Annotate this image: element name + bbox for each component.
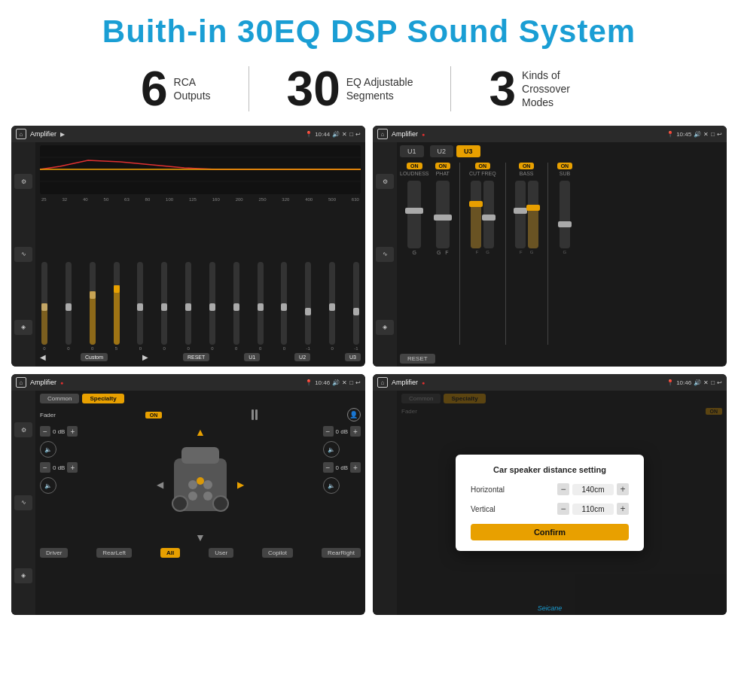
fader-copilot-btn[interactable]: Copilot	[262, 548, 293, 558]
home-icon-eq[interactable]: ⌂	[16, 129, 26, 139]
bass-toggle[interactable]: ON	[519, 163, 535, 169]
u2-btn[interactable]: U2	[430, 145, 454, 157]
fader-rearright-btn[interactable]: RearRight	[322, 548, 361, 558]
topbar-eq: ⌂ Amplifier ▶ 📍 10:44 🔊 ✕ □ ↩	[11, 126, 365, 142]
stat-rca: 6 RCAOutputs	[103, 65, 249, 113]
sub-toggle[interactable]: ON	[557, 163, 573, 169]
fader-minus-tl[interactable]: −	[40, 426, 50, 437]
back-icon-eq[interactable]: ↩	[355, 131, 361, 138]
fader-sliders-mini[interactable]	[252, 409, 258, 420]
tab-specialty-fader[interactable]: Specialty	[82, 394, 124, 403]
time-eq: 10:44	[315, 131, 330, 138]
fader-all-btn[interactable]: All	[160, 548, 180, 558]
bass-slider-1[interactable]	[515, 181, 526, 248]
eq-slider-2[interactable]: 0	[66, 262, 72, 351]
eq-slider-8[interactable]: 0	[209, 262, 215, 351]
window-icon-eq[interactable]: □	[349, 131, 353, 138]
window-icon-dialog[interactable]: □	[711, 379, 715, 386]
horizontal-minus[interactable]: −	[557, 483, 569, 495]
eq-u1-btn[interactable]: U1	[244, 353, 260, 361]
phat-toggle[interactable]: ON	[435, 163, 451, 169]
fader-rearleft-btn[interactable]: RearLeft	[96, 548, 132, 558]
eq-slider-4[interactable]: 5	[114, 262, 120, 351]
fader-car-diagram: ▲ ◀	[84, 426, 316, 543]
eq-slider-12[interactable]: -1	[305, 262, 311, 351]
eq-slider-5[interactable]: 0	[137, 262, 143, 351]
sub-slider[interactable]	[560, 181, 570, 248]
eq-slider-10[interactable]: 0	[258, 262, 264, 351]
x-icon-crossover[interactable]: ✕	[703, 131, 709, 138]
loudness-g: G	[413, 250, 416, 255]
x-icon-fader[interactable]: ✕	[342, 379, 347, 386]
fader-on-badge[interactable]: ON	[145, 412, 163, 418]
fader-minus-bl[interactable]: −	[40, 462, 50, 473]
fader-plus-br[interactable]: +	[350, 462, 361, 473]
eq-icon-1[interactable]: ⚙	[14, 174, 32, 189]
fader-plus-tl[interactable]: +	[67, 426, 78, 437]
back-icon-fader[interactable]: ↩	[355, 379, 361, 386]
eq-slider-7[interactable]: 0	[185, 262, 191, 351]
back-icon-dialog[interactable]: ↩	[717, 379, 722, 386]
crossover-icon-1[interactable]: ⚙	[376, 174, 394, 189]
vertical-plus[interactable]: +	[617, 503, 629, 515]
x-icon-eq[interactable]: ✕	[342, 131, 347, 138]
fader-minus-tr[interactable]: −	[323, 426, 334, 437]
vertical-minus[interactable]: −	[557, 503, 569, 515]
fader-arrow-up[interactable]: ▲	[195, 426, 206, 438]
eq-slider-14[interactable]: -1	[353, 262, 359, 351]
eq-slider-13[interactable]: 0	[329, 262, 335, 351]
eq-slider-6[interactable]: 0	[161, 262, 167, 351]
cutfreq-slider-1[interactable]	[471, 181, 481, 248]
u1-btn[interactable]: U1	[400, 145, 424, 157]
crossover-icon-2[interactable]: ∿	[376, 247, 394, 262]
home-icon-dialog[interactable]: ⌂	[377, 377, 388, 388]
eq-slider-3[interactable]: 0	[90, 262, 96, 351]
slider-track-11	[281, 262, 287, 345]
slider-track-5	[137, 262, 143, 345]
loudness-slider[interactable]	[407, 181, 421, 248]
x-icon-dialog[interactable]: ✕	[703, 379, 709, 386]
home-icon-fader[interactable]: ⌂	[16, 377, 26, 388]
cutfreq-toggle[interactable]: ON	[475, 163, 491, 169]
fader-minus-br[interactable]: −	[323, 462, 334, 473]
horizontal-plus[interactable]: +	[617, 483, 629, 495]
crossover-icon-3[interactable]: ◈	[376, 320, 394, 335]
window-icon-crossover[interactable]: □	[711, 131, 715, 138]
eq-next-btn[interactable]: ▶	[142, 353, 148, 361]
fader-plus-tr[interactable]: +	[350, 426, 361, 437]
fader-icon-1[interactable]: ⚙	[14, 422, 32, 437]
bass-slider-2[interactable]	[528, 181, 538, 248]
fader-arrow-right[interactable]: ▶	[237, 479, 244, 490]
fader-speaker-bl: 🔈	[40, 477, 56, 494]
eq-slider-11[interactable]: 0	[281, 262, 287, 351]
fader-plus-bl[interactable]: +	[67, 462, 78, 473]
eq-icon-2[interactable]: ∿	[14, 247, 32, 262]
cutfreq-slider-2[interactable]	[483, 181, 494, 248]
eq-icon-3[interactable]: ◈	[14, 320, 32, 335]
confirm-button[interactable]: Confirm	[471, 524, 629, 540]
eq-u3-btn[interactable]: U3	[345, 353, 361, 361]
fader-icon-2[interactable]: ∿	[14, 495, 32, 510]
crossover-reset-btn[interactable]: RESET	[400, 354, 435, 364]
home-icon-crossover[interactable]: ⌂	[377, 129, 388, 139]
eq-u2-btn[interactable]: U2	[294, 353, 310, 361]
fader-driver-btn[interactable]: Driver	[40, 548, 68, 558]
loudness-toggle[interactable]: ON	[407, 163, 422, 169]
crossover-content: ⚙ ∿ ◈ U1 U2 U3 ON LOUDNESS	[373, 142, 727, 367]
fader-icon-3[interactable]: ◈	[14, 568, 32, 583]
eq-prev-btn[interactable]: ◀	[40, 353, 46, 361]
fader-arrow-down[interactable]: ▼	[195, 531, 206, 543]
fader-arrow-left[interactable]: ◀	[157, 479, 163, 490]
window-icon-fader[interactable]: □	[349, 379, 353, 386]
eq-slider-9[interactable]: 0	[233, 262, 239, 351]
fader-settings-icon[interactable]: 👤	[347, 408, 361, 422]
tab-common-fader[interactable]: Common	[40, 394, 79, 403]
cutfreq-thumb-2	[482, 215, 496, 221]
slider-track-10	[258, 262, 264, 345]
back-icon-crossover[interactable]: ↩	[717, 131, 722, 138]
fader-user-btn[interactable]: User	[209, 548, 233, 558]
phat-slider[interactable]	[436, 181, 450, 248]
eq-slider-1[interactable]: 0	[41, 262, 47, 351]
u3-btn[interactable]: U3	[456, 145, 480, 157]
eq-reset-btn[interactable]: RESET	[183, 353, 209, 361]
